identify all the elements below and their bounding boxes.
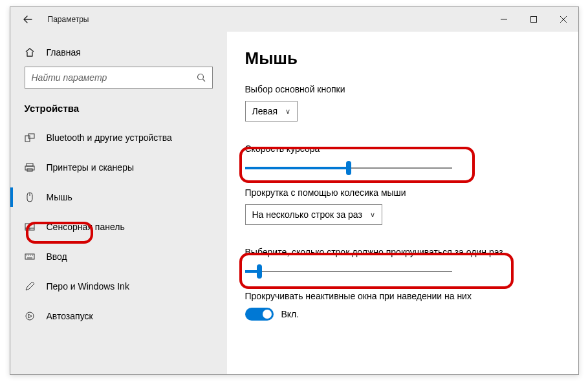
sidebar-item-touchpad[interactable]: Сенсорная панель	[10, 212, 227, 242]
touchpad-icon	[25, 222, 38, 232]
svg-point-20	[26, 312, 34, 320]
sidebar-item-pen[interactable]: Перо и Windows Ink	[10, 271, 227, 301]
toggle-state-label: Вкл.	[281, 309, 299, 319]
svg-rect-14	[25, 254, 34, 259]
sidebar-item-label: Сенсорная панель	[47, 222, 125, 232]
sidebar-item-autoplay[interactable]: Автозапуск	[10, 301, 227, 331]
devices-icon	[25, 133, 38, 143]
chevron-down-icon: ∨	[370, 211, 375, 219]
sidebar-nav: Bluetooth и другие устройства Принтеры и…	[10, 123, 227, 331]
slider-fill	[245, 167, 349, 169]
svg-point-2	[197, 74, 203, 80]
toggle-knob	[263, 310, 272, 319]
dropdown-value: На несколько строк за раз	[252, 209, 362, 220]
slider-thumb[interactable]	[346, 161, 351, 175]
sidebar-item-mouse[interactable]: Мышь	[10, 182, 227, 212]
sidebar: Главная Найти параметр Устройства Blueto…	[10, 32, 227, 374]
cursor-speed-slider[interactable]	[245, 160, 452, 176]
maximize-button[interactable]	[519, 7, 549, 32]
sidebar-category: Устройства	[10, 103, 227, 123]
home-icon	[25, 47, 38, 58]
close-button[interactable]	[549, 7, 578, 32]
sidebar-item-label: Автозапуск	[47, 311, 93, 321]
mouse-icon	[25, 192, 38, 202]
sidebar-home-label: Главная	[47, 47, 81, 58]
sidebar-item-label: Принтеры и сканеры	[47, 162, 134, 173]
slider-track	[245, 271, 452, 272]
scroll-inactive-toggle[interactable]	[245, 308, 274, 321]
chevron-down-icon: ∨	[285, 107, 290, 116]
svg-line-3	[202, 80, 205, 82]
window-title: Параметры	[48, 15, 489, 24]
sidebar-item-label: Перо и Windows Ink	[47, 281, 129, 292]
content-area: Мышь Выбор основной кнопки Левая ∨ Скоро…	[227, 32, 578, 374]
lines-per-scroll-label: Выберите, сколько строк должно прокручив…	[245, 247, 565, 257]
sidebar-item-label: Bluetooth и другие устройства	[47, 133, 172, 143]
sidebar-item-label: Мышь	[47, 192, 72, 202]
svg-rect-1	[530, 17, 536, 23]
search-input[interactable]: Найти параметр	[25, 67, 213, 89]
slider-thumb[interactable]	[257, 264, 262, 279]
dropdown-value: Левая	[252, 106, 278, 116]
keyboard-icon	[25, 251, 38, 262]
minimize-button[interactable]	[489, 7, 519, 32]
sidebar-item-printers[interactable]: Принтеры и сканеры	[10, 153, 227, 182]
scroll-inactive-label: Прокручивать неактивные окна при наведен…	[245, 291, 565, 301]
cursor-speed-label: Скорость курсора	[245, 143, 565, 154]
sidebar-item-label: Ввод	[47, 251, 67, 262]
sidebar-item-typing[interactable]: Ввод	[10, 242, 227, 271]
scroll-mode-dropdown[interactable]: На несколько строк за раз ∨	[245, 204, 382, 225]
search-icon	[197, 73, 207, 82]
primary-button-dropdown[interactable]: Левая ∨	[245, 101, 298, 122]
autoplay-icon	[25, 311, 38, 321]
svg-rect-7	[25, 166, 34, 170]
page-title: Мышь	[245, 48, 565, 69]
pen-icon	[25, 281, 38, 292]
primary-button-label: Выбор основной кнопки	[245, 84, 565, 94]
scroll-mode-label: Прокрутка с помощью колесика мыши	[245, 187, 565, 198]
titlebar: Параметры	[10, 7, 578, 32]
settings-window: Параметры Главная Найти параметр Устройс…	[10, 6, 579, 375]
search-placeholder: Найти параметр	[32, 72, 197, 83]
sidebar-home[interactable]: Главная	[10, 43, 227, 67]
svg-rect-6	[27, 164, 33, 166]
sidebar-item-bluetooth[interactable]: Bluetooth и другие устройства	[10, 123, 227, 153]
lines-per-scroll-slider[interactable]	[245, 264, 452, 279]
printer-icon	[25, 162, 38, 173]
back-button[interactable]	[19, 11, 36, 28]
